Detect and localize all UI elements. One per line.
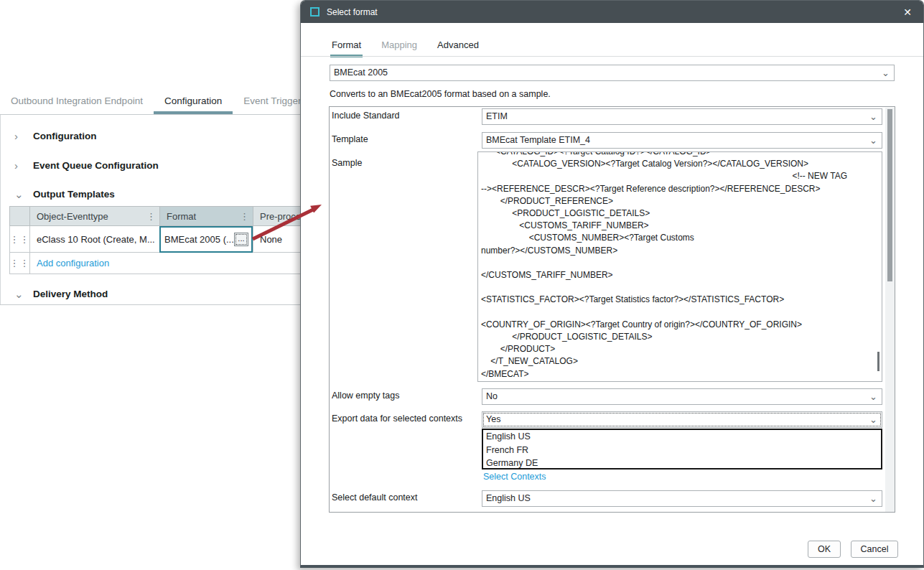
section-header-delivery-method[interactable]: ⌄ Delivery Method xyxy=(14,289,108,299)
tab-advanced[interactable]: Advanced xyxy=(436,37,480,57)
tab-separator xyxy=(301,56,923,57)
sample-scrollbar[interactable] xyxy=(877,352,879,371)
allow-empty-tags-select[interactable]: No ⌄ xyxy=(482,388,882,405)
section-label: Output Templates xyxy=(33,189,115,200)
chevron-right-icon: › xyxy=(14,161,24,171)
section-header-event-queue-configuration[interactable]: › Event Queue Configuration xyxy=(14,160,159,171)
section-header-output-templates[interactable]: ⌄ Output Templates xyxy=(14,189,115,200)
chevron-down-icon: ⌄ xyxy=(882,65,890,80)
add-configuration-link[interactable]: Add configuration xyxy=(37,258,109,268)
export-contexts-select[interactable]: Yes ⌄ xyxy=(482,411,882,428)
page-tab-bar: Outbound Integration Endpoint Configurat… xyxy=(0,90,300,115)
row-drag-handle[interactable]: ⋮⋮ xyxy=(9,226,29,253)
default-context-label: Select default context xyxy=(332,492,480,503)
allow-empty-tags-value: No xyxy=(486,391,498,401)
dialog-titlebar[interactable]: Select format ✕ xyxy=(301,1,923,23)
tab-outbound-integration-endpoint[interactable]: Outbound Integration Endpoint xyxy=(0,90,154,114)
sample-xml-text: <CATALOG_ID><?Target Catalog ID?></CATAL… xyxy=(481,151,847,380)
chevron-down-icon: ⌄ xyxy=(14,289,24,299)
cell-format-selected[interactable]: BMEcat 2005 (... ... xyxy=(159,226,253,253)
app-square-icon xyxy=(310,7,319,17)
kebab-menu-icon[interactable]: ⋮ xyxy=(146,211,157,222)
include-standard-value: ETIM xyxy=(486,111,508,121)
section-header-configuration[interactable]: › Configuration xyxy=(14,131,96,141)
format-type-value: BMEcat 2005 xyxy=(334,67,388,78)
template-value: BMEcat Template ETIM_4 xyxy=(486,135,590,145)
panel-border xyxy=(0,115,1,305)
section-label: Configuration xyxy=(33,131,96,141)
default-context-value: English US xyxy=(486,493,531,503)
drag-handle-icon: ⋮⋮ xyxy=(10,234,30,245)
table-header-handle xyxy=(9,206,29,226)
open-format-dialog-button[interactable]: ... xyxy=(234,233,248,246)
section-label: Event Queue Configuration xyxy=(33,160,159,171)
include-standard-label: Include Standard xyxy=(332,111,480,121)
tab-event-triggers[interactable]: Event Triggers xyxy=(233,90,300,114)
cell-object-eventtype[interactable]: eClass 10 Root (Create, M... xyxy=(29,226,159,253)
chevron-down-icon: ⌄ xyxy=(869,389,877,404)
dialog-title: Select format xyxy=(327,7,378,17)
application-window: Outbound Integration Endpoint Configurat… xyxy=(0,0,924,570)
chevron-down-icon: ⌄ xyxy=(14,190,24,200)
dialog-tab-bar: Format Mapping Advanced xyxy=(330,37,480,57)
template-select[interactable]: BMEcat Template ETIM_4 ⌄ xyxy=(482,132,882,149)
chevron-down-icon: ⌄ xyxy=(869,412,877,427)
include-standard-select[interactable]: ETIM ⌄ xyxy=(482,108,882,125)
tab-format[interactable]: Format xyxy=(330,37,363,57)
select-contexts-link[interactable]: Select Contexts xyxy=(483,472,546,482)
context-option-germany-de[interactable]: Germany DE xyxy=(483,457,881,469)
tab-configuration[interactable]: Configuration xyxy=(154,90,233,114)
column-label: Format xyxy=(167,211,196,222)
export-contexts-label: Export data for selected contexts xyxy=(332,414,480,424)
panel-border xyxy=(0,304,300,305)
table-header-object-eventtype[interactable]: Object-Eventtype ⋮ xyxy=(29,206,159,226)
default-context-select[interactable]: English US ⌄ xyxy=(482,490,882,507)
ok-button[interactable]: OK xyxy=(808,541,841,558)
drag-handle-icon: ⋮⋮ xyxy=(10,258,30,268)
format-type-select[interactable]: BMEcat 2005 ⌄ xyxy=(330,65,895,81)
select-format-dialog: Select format ✕ Format Mapping Advanced … xyxy=(300,0,924,568)
allow-empty-tags-label: Allow empty tags xyxy=(332,391,480,401)
chevron-right-icon: › xyxy=(14,131,24,141)
export-contexts-value: Yes xyxy=(486,414,500,424)
add-configuration-cell: Add configuration xyxy=(29,253,309,274)
section-label: Delivery Method xyxy=(33,289,108,299)
kebab-menu-icon[interactable]: ⋮ xyxy=(240,211,250,222)
chevron-down-icon: ⌄ xyxy=(869,109,877,124)
groupbox-scrollbar[interactable] xyxy=(885,108,895,512)
template-label: Template xyxy=(332,134,480,144)
chevron-down-icon: ⌄ xyxy=(869,133,877,148)
format-description: Converts to an BMEcat2005 format based o… xyxy=(330,89,551,99)
tab-mapping[interactable]: Mapping xyxy=(380,37,419,57)
column-label: Object-Eventtype xyxy=(37,211,108,222)
contexts-listbox[interactable]: English US French FR Germany DE xyxy=(482,429,882,469)
chevron-down-icon: ⌄ xyxy=(869,491,877,506)
table-header-format[interactable]: Format ⋮ xyxy=(159,206,253,226)
context-option-english-us[interactable]: English US xyxy=(483,430,881,444)
groupbox-scrollbar-thumb[interactable] xyxy=(887,109,892,281)
cancel-button[interactable]: Cancel xyxy=(851,541,898,558)
close-icon[interactable]: ✕ xyxy=(901,6,914,18)
row-drag-handle: ⋮⋮ xyxy=(9,253,29,274)
context-option-french-fr[interactable]: French FR xyxy=(483,444,881,457)
format-options-groupbox: Include Standard ETIM ⌄ Template BMEcat … xyxy=(329,106,895,513)
sample-xml-textarea[interactable]: <CATALOG_ID><?Target Catalog ID?></CATAL… xyxy=(477,151,882,382)
sample-label: Sample xyxy=(332,158,480,168)
cell-format-value: BMEcat 2005 (... xyxy=(164,234,234,245)
